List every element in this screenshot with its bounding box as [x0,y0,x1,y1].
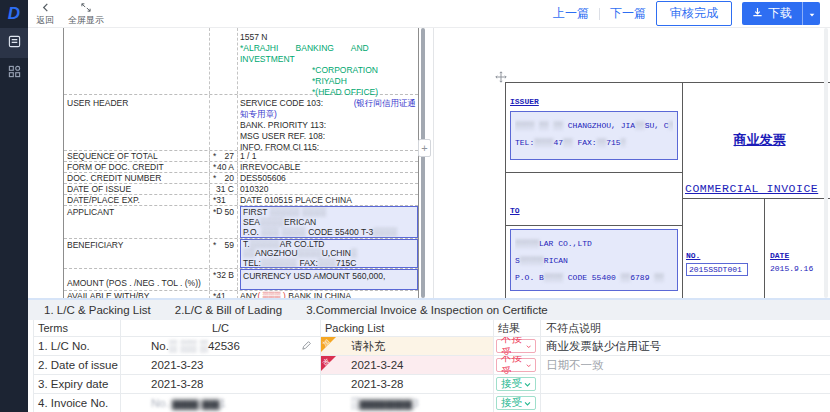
beneficiary-line: TEL:▒▒▒▒▒▒ FAX:▒▒▒715C [243,259,415,268]
packing-list-cell: 加 请补充 [320,337,493,355]
swift-field-value: 010320 [237,184,418,194]
swift-tag: 31 C [216,184,234,194]
prev-article-link[interactable]: 上一篇 [553,5,589,22]
right-pane-scrollbar[interactable] [824,28,828,298]
to-highlight-box: ▒▒▒▒▒LAR CO.,LTD S▒▒▒▒▒RICAN P.O. B▒▒▒▒ … [510,229,678,291]
app-window: D 返回 [0,0,830,412]
download-dropdown-button[interactable] [802,2,820,25]
lc-document-pane[interactable]: 1557 N *ALRAJHI BANKING AND INVESTMENT *… [28,28,432,298]
comparison-table: Terms L/C Packing List 结果 不符点说明 1. L/C N… [33,320,830,412]
swift-field-label: USER HEADER [64,95,209,150]
invoice-no-label: NO. [686,251,764,260]
to-line: S▒▒▒▒▒RICAN [515,252,673,269]
swift-star: * [213,207,216,238]
comparison-tabbar: 1. L/C & Packing List 2.L/C & Bill of La… [28,300,830,320]
swift-field-value: DES505606 [237,173,418,183]
comparison-panel: 1. L/C & Packing List 2.L/C & Bill of La… [28,298,830,412]
badge-add: 加 [321,337,336,352]
back-button[interactable]: 返回 [36,3,54,25]
app-logo: D [0,0,28,28]
table-row: 2. Date of issue 2021-3-23 改 2021-3-24 不… [33,356,830,375]
discrepancy-cell[interactable] [540,394,830,412]
discrepancy-cell[interactable] [540,375,830,393]
swift-user-header-row: USER HEADER SERVICE CODE 103: (银行间信用证通 知… [64,94,418,150]
invoice-title-en: COMMERCIAL INVOICE [685,182,818,195]
invoice-document-pane[interactable]: ISSUER ▒▒▒▒ ▒▒ ▒▒ CHANGZHOU, JIA▒▒SU, C▒… [434,28,830,298]
caret-down-icon [808,5,816,23]
packing-list-value: 2021-3-24 [351,359,403,371]
fullscreen-icon [81,3,91,15]
swift-head-value: 1557 N [240,32,418,43]
topbar: 返回 全屏显示 上一篇 下一篇 审核完成 [28,0,830,28]
issuer-line: TEL:▒▒▒▒47▒▒ FAX:▒▒715▒ [515,134,673,151]
col-terms: Terms [33,320,120,336]
swift-field-value: ANY( ▒▒▒ ) BANK IN CHINA [237,291,418,298]
service-code-line: SERVICE CODE 103: [240,98,323,109]
chevron-down-icon [524,400,531,407]
term-cell: 4. Invoice No. [33,394,120,412]
to-line: ▒▒▒▒▒LAR CO.,LTD [515,235,673,252]
amount-highlight-box: CURRENCY USD AMOUNT 560,000, [240,269,418,290]
document-viewer: 1557 N *ALRAJHI BANKING AND INVESTMENT *… [28,28,830,298]
swift-field-label: APPLICANT [64,206,209,238]
applicant-line: FIRST ▒▒▒▒▒ ▒▒▒▒ [243,207,415,217]
col-result: 结果 [493,320,540,336]
edit-icon[interactable] [301,340,312,353]
chevron-down-icon [524,381,531,388]
swift-star: * [213,162,216,172]
packing-list-cell: 2021-3-28 [320,375,493,393]
result-value: 接受 [501,377,522,391]
bank-priority-line: BANK. PRIORITY 113: [240,120,418,131]
swift-star: * [213,173,216,183]
invoice-title-cn: 商业发票 [683,131,830,149]
table-row: 1. L/C No. No.▒ ▒▒ ▒42536 加 请补充 不接受 [33,337,830,356]
table-row: 4. Invoice No. No. ▆▆▆ ▆▆1 ▒▆▆▆▆▆▆3 接受 [33,394,830,412]
result-select[interactable]: 接受 [496,377,536,391]
swift-row: DATE OF ISSUE 31 C 010320 [64,183,418,194]
chevron-down-icon [526,343,531,350]
result-value: 接受 [501,396,522,410]
result-value: 不接受 [501,337,526,355]
swift-row: SEQUENCE OF TOTAL *27 1 / 1 [64,150,418,161]
review-complete-button[interactable]: 审核完成 [656,1,732,26]
chevron-down-icon [526,362,531,369]
swift-field-value: 1 / 1 [237,151,418,161]
left-pane-scrollbar[interactable] [421,28,425,298]
result-select[interactable]: 不接受 [496,339,536,353]
tab-lc-bill-of-lading[interactable]: 2.L/C & Bill of Lading [175,304,282,316]
download-icon [752,7,763,21]
document-icon [8,34,21,52]
pane-expand-handle[interactable]: + [418,139,431,157]
bank-stamp-text: (银行间信用证通 [354,98,416,109]
swift-header-section: 1557 N *ALRAJHI BANKING AND INVESTMENT *… [64,28,418,94]
result-value: 不接受 [501,356,526,374]
swift-amount-row: AMOUNT (POS . /NEG . TOL . (%)) *32 B CU… [64,268,418,290]
swift-field-value: DATE 010515 PLACE CHINA [237,195,418,205]
result-select[interactable]: 接受 [496,396,536,410]
lc-cell: 2021-3-23 [120,356,320,374]
discrepancy-cell[interactable]: 商业发票缺少信用证号 [540,337,830,355]
swift-star: * [213,151,216,161]
sidebar-item-apps[interactable] [0,58,28,88]
tab-lc-packing-list[interactable]: 1. L/C & Packing List [44,304,151,316]
packing-list-value: ▒▆▆▆▆▆▆3 [351,396,419,410]
grid-icon [8,64,21,82]
bank-stamp-text2: 知专用章) [240,109,418,120]
swift-tag: 31 D [216,195,234,205]
swift-row: DOC. CREDIT NUMBER *20 DES505606 [64,172,418,183]
result-select[interactable]: 不接受 [496,358,536,372]
sidebar-item-documents[interactable] [0,28,28,58]
col-lc: L/C [120,320,320,336]
swift-tag: 27 [225,151,234,161]
term-cell: 3. Expiry date [33,375,120,393]
result-cell: 接受 [493,375,540,393]
next-article-link[interactable]: 下一篇 [610,5,646,22]
discrepancy-cell[interactable]: 日期不一致 [540,356,830,374]
download-split-button: 下载 [742,2,820,25]
swift-field-label: BENEFICIARY [64,239,209,268]
tab-invoice-inspection[interactable]: 3.Commercial Invoice & Inspection on Cer… [306,304,548,316]
fullscreen-button[interactable]: 全屏显示 [68,3,104,25]
lc-value: No. ▆▆▆ ▆▆1 [151,396,226,410]
swift-tag: 59 [225,240,234,268]
download-button[interactable]: 下载 [742,2,802,25]
